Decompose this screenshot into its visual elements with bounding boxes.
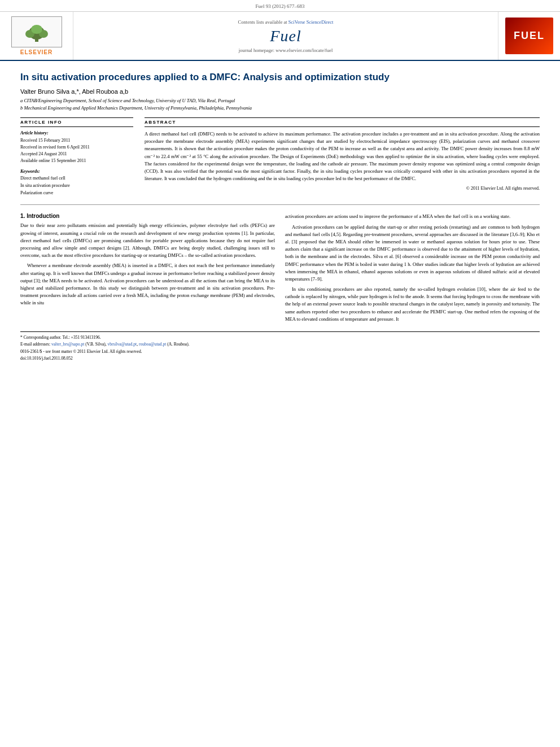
article-info-col: ARTICLE INFO Article history: Received 1…	[20, 117, 133, 196]
body-right-col: activation procedures are actions used t…	[285, 213, 540, 325]
sciverse-prefix: Contents lists available at	[238, 19, 287, 25]
citation-bar: Fuel 93 (2012) 677–683	[0, 0, 560, 12]
section-divider	[20, 204, 540, 205]
intro-right-body: activation procedures are actions used t…	[285, 213, 540, 322]
intro-label: Introduction	[27, 213, 59, 219]
intro-para4: In situ conditioning procedures are also…	[285, 286, 540, 323]
journal-center: Contents lists available at SciVerse Sci…	[73, 12, 498, 60]
sciverse-link[interactable]: SciVerse ScienceDirect	[288, 19, 334, 25]
intro-para1: Due to their near zero pollutants emissi…	[20, 222, 275, 259]
article-content: In situ activation procedures applied to…	[0, 61, 560, 372]
article-footer: * Corresponding author. Tel.: +351 91341…	[20, 331, 540, 361]
info-abstract-section: ARTICLE INFO Article history: Received 1…	[20, 117, 540, 196]
keyword-2: In situ activation procedure	[20, 182, 133, 190]
elsevier-logo-area: ELSEVIER	[0, 12, 73, 60]
elsevier-logo: ELSEVIER	[11, 16, 62, 55]
intro-para2-cont: activation procedures are actions used t…	[285, 213, 540, 220]
email3-link[interactable]: vbrsilva@utad.pt	[107, 342, 137, 347]
article-title: In situ activation procedures applied to…	[20, 71, 540, 84]
elsevier-logo-box	[11, 16, 62, 47]
authors: Valter Bruno Silva a,*, Abel Rouboa a,b	[20, 88, 540, 95]
email2-link[interactable]: rouboa@utad.pt	[139, 342, 166, 347]
article-info-header: ARTICLE INFO	[20, 117, 133, 127]
elsevier-tree-icon	[20, 21, 54, 43]
affiliation-b: b Mechanical Engineering and Applied Mec…	[20, 105, 540, 111]
authors-text: Valter Bruno Silva a,*, Abel Rouboa a,b	[20, 88, 128, 95]
abstract-text: A direct methanol fuel cell (DMFC) needs…	[145, 130, 540, 182]
page-wrapper: Fuel 93 (2012) 677–683 ELSEVIER	[0, 0, 560, 747]
star-note: * Corresponding author. Tel.: +351 91341…	[20, 335, 540, 340]
body-section: 1. Introduction Due to their near zero p…	[20, 213, 540, 325]
abstract-header: ABSTRACT	[145, 117, 540, 127]
intro-para2: Whenever a membrane electrode assembly (…	[20, 262, 275, 307]
intro-title: 1. Introduction	[20, 213, 275, 219]
citation-text: Fuel 93 (2012) 677–683	[255, 3, 304, 9]
body-left-col: 1. Introduction Due to their near zero p…	[20, 213, 275, 325]
journal-homepage: journal homepage: www.elsevier.com/locat…	[239, 47, 333, 53]
copyright-line: © 2011 Elsevier Ltd. All rights reserved…	[145, 186, 540, 191]
intro-number: 1.	[20, 213, 25, 219]
keywords-label: Keywords:	[20, 169, 133, 174]
sciverse-bar: Contents lists available at SciVerse Sci…	[238, 19, 334, 25]
name1: (V.B. Silva),	[85, 342, 106, 347]
received-line: Received 15 February 2011	[20, 137, 133, 144]
intro-para3: Activation procedures can be applied dur…	[285, 224, 540, 283]
affiliation-a: a CITAB/Engineering Department, School o…	[20, 98, 540, 103]
history-label: Article history:	[20, 130, 133, 136]
fuel-logo-area: FUEL	[498, 12, 560, 60]
accepted-line: Accepted 24 August 2011	[20, 151, 133, 158]
journal-name: Fuel	[270, 27, 301, 45]
issn-line: 0016-2361/$ - see front matter © 2011 El…	[20, 348, 540, 355]
svg-point-4	[31, 25, 42, 34]
keyword-1: Direct methanol fuel cell	[20, 175, 133, 182]
available-line: Available online 15 September 2011	[20, 158, 133, 164]
elsevier-text: ELSEVIER	[20, 49, 53, 55]
fuel-logo-text: FUEL	[514, 30, 545, 42]
received-revised-line: Received in revised form 6 April 2011	[20, 144, 133, 151]
keyword-3: Polarization curve	[20, 190, 133, 197]
email-line: E-mail addresses: valter_brs@sapo.pt (V.…	[20, 341, 540, 347]
doi-line: doi:10.1016/j.fuel.2011.08.052	[20, 356, 540, 361]
intro-body: Due to their near zero pollutants emissi…	[20, 222, 275, 307]
name2: (A. Rouboa).	[167, 342, 189, 347]
email1-link[interactable]: valter_brs@sapo.pt	[51, 342, 84, 347]
journal-header: ELSEVIER Contents lists available at Sci…	[0, 12, 560, 61]
fuel-logo-box: FUEL	[505, 18, 553, 54]
abstract-col: ABSTRACT A direct methanol fuel cell (DM…	[145, 117, 540, 196]
email-label: E-mail addresses:	[20, 342, 50, 347]
